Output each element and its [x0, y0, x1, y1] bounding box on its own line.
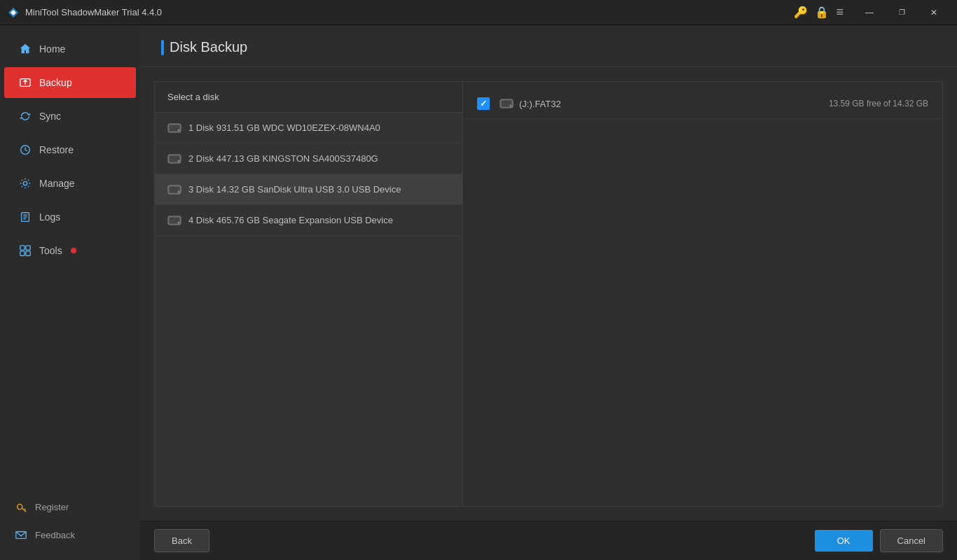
partition-checkbox-j[interactable]: [477, 97, 490, 110]
ok-button[interactable]: OK: [815, 530, 873, 552]
sidebar-label-sync: Sync: [39, 111, 61, 122]
partition-space-j: 13.59 GB free of 14.32 GB: [829, 99, 928, 108]
key-icon[interactable]: 🔑: [794, 0, 808, 25]
disk-selection-area: Select a disk 1 Disk 931.51 GB WDC WD10E…: [154, 81, 943, 507]
disk-drive-icon-4: [167, 216, 181, 225]
disk-drive-icon-2: [167, 154, 181, 164]
page-header: Disk Backup: [140, 25, 957, 67]
disk-item-label-3: 3 Disk 14.32 GB SanDisk Ultra USB 3.0 US…: [188, 184, 401, 195]
page-title-container: Disk Backup: [161, 39, 936, 55]
partition-panel: (J:).FAT32 13.59 GB free of 14.32 GB: [463, 82, 942, 506]
sidebar-item-manage[interactable]: Manage: [4, 168, 136, 199]
tools-notification-dot: [71, 248, 76, 253]
disk-list-header: Select a disk: [155, 82, 462, 113]
app-logo: [7, 6, 20, 19]
restore-icon: [18, 143, 32, 157]
svg-point-26: [178, 190, 180, 192]
disk-drive-icon-3: [167, 185, 181, 195]
partition-name-j: (J:).FAT32: [519, 99, 561, 109]
sidebar-item-backup[interactable]: Backup: [4, 67, 136, 98]
page-title-accent-bar: [161, 40, 164, 55]
page-title: Disk Backup: [170, 39, 247, 55]
partition-drive-icon-j: [500, 99, 514, 108]
sidebar-label-restore: Restore: [39, 144, 74, 155]
svg-rect-12: [20, 251, 25, 255]
svg-point-5: [23, 181, 27, 185]
sidebar-bottom: Register Feedback: [0, 493, 140, 560]
disk-item-label-2: 2 Disk 447.13 GB KINGSTON SA400S37480G: [188, 153, 378, 164]
svg-rect-11: [26, 246, 30, 250]
disk-drive-icon-1: [167, 123, 181, 133]
titlebar-right-controls: 🔑 🔒 ≡ — ❐ ✕: [794, 0, 950, 25]
disk-list-panel: Select a disk 1 Disk 931.51 GB WDC WD10E…: [155, 82, 463, 506]
svg-point-32: [510, 105, 512, 107]
lock-icon[interactable]: 🔒: [815, 0, 829, 25]
sidebar-label-logs: Logs: [39, 211, 60, 223]
disk-list: 1 Disk 931.51 GB WDC WD10EZEX-08WN4A0 2 …: [155, 113, 462, 506]
partition-list: (J:).FAT32 13.59 GB free of 14.32 GB: [463, 82, 942, 506]
svg-point-20: [178, 129, 180, 131]
app-title: MiniTool ShadowMaker Trial 4.4.0: [25, 7, 794, 18]
svg-rect-13: [26, 251, 30, 255]
restore-button[interactable]: ❐: [886, 0, 918, 25]
partition-item-j: (J:).FAT32 13.59 GB free of 14.32 GB: [463, 89, 942, 119]
svg-rect-10: [20, 246, 25, 250]
close-button[interactable]: ✕: [918, 0, 950, 25]
backup-icon: [18, 76, 32, 90]
partition-label-j: (J:).FAT32: [500, 99, 829, 109]
titlebar: MiniTool ShadowMaker Trial 4.4.0 🔑 🔒 ≡ —…: [0, 0, 957, 25]
key-icon: [14, 500, 28, 514]
main-content: Disk Backup Select a disk 1 Disk 931.51 …: [140, 25, 957, 560]
back-button[interactable]: Back: [154, 529, 209, 552]
logs-icon: [18, 210, 32, 224]
sidebar-item-register[interactable]: Register: [0, 493, 140, 521]
menu-icon[interactable]: ≡: [836, 0, 844, 25]
disk-item-4[interactable]: 4 Disk 465.76 GB Seagate Expansion USB D…: [155, 205, 462, 236]
sidebar-label-manage: Manage: [39, 178, 75, 189]
sidebar-item-restore[interactable]: Restore: [4, 134, 136, 165]
disk-item-3[interactable]: 3 Disk 14.32 GB SanDisk Ultra USB 3.0 US…: [155, 174, 462, 205]
sidebar-label-feedback: Feedback: [35, 530, 75, 540]
mail-icon: [14, 528, 28, 542]
sidebar-item-home[interactable]: Home: [4, 34, 136, 64]
app-body: Home Backup Sync Restore Manage: [0, 25, 957, 560]
disk-item-label-4: 4 Disk 465.76 GB Seagate Expansion USB D…: [188, 215, 393, 225]
cancel-button[interactable]: Cancel: [880, 529, 943, 552]
minimize-button[interactable]: —: [853, 0, 886, 25]
bottom-bar: Back OK Cancel: [140, 521, 957, 560]
sidebar-item-logs[interactable]: Logs: [4, 202, 136, 232]
svg-point-23: [178, 160, 180, 162]
svg-line-16: [25, 509, 26, 510]
svg-point-2: [11, 10, 15, 14]
disk-item-2[interactable]: 2 Disk 447.13 GB KINGSTON SA400S37480G: [155, 144, 462, 174]
disk-item-1[interactable]: 1 Disk 931.51 GB WDC WD10EZEX-08WN4A0: [155, 113, 462, 144]
sidebar-label-register: Register: [35, 502, 69, 512]
svg-point-29: [178, 221, 180, 223]
home-icon: [18, 42, 32, 56]
tools-icon: [18, 244, 32, 258]
sidebar-label-tools: Tools: [39, 245, 62, 256]
sidebar-item-tools[interactable]: Tools: [4, 235, 136, 266]
svg-point-14: [18, 504, 22, 509]
sidebar-label-backup: Backup: [39, 77, 72, 88]
manage-icon: [18, 176, 32, 190]
sidebar-item-sync[interactable]: Sync: [4, 101, 136, 132]
disk-item-label-1: 1 Disk 931.51 GB WDC WD10EZEX-08WN4A0: [188, 122, 380, 133]
sync-icon: [18, 109, 32, 123]
sidebar: Home Backup Sync Restore Manage: [0, 25, 140, 560]
sidebar-item-feedback[interactable]: Feedback: [0, 521, 140, 549]
sidebar-label-home: Home: [39, 43, 65, 55]
